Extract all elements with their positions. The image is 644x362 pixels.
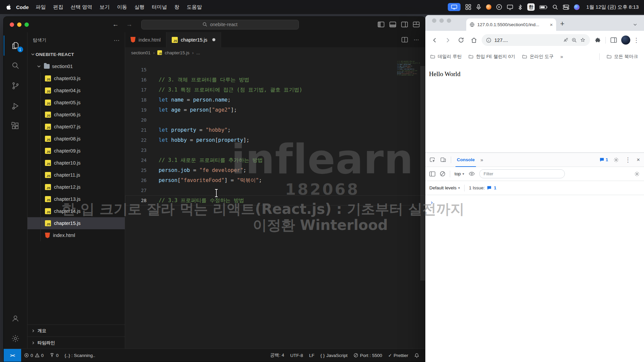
code-line-25[interactable]: 25person.job = "fe developer"; [125, 165, 425, 175]
all-bookmarks-button[interactable]: 모든 북마크 [606, 54, 639, 60]
ports-status[interactable]: 0 [47, 353, 62, 358]
code-line-26[interactable]: 26person["favoriteFood"] = "떡볶이"; [125, 175, 425, 185]
menubar-item[interactable]: 선택 영역 [67, 4, 96, 10]
extensions-puzzle-icon[interactable] [592, 35, 603, 46]
menubar-clock[interactable]: 1월 12일 (금) 오후 8:13 [586, 4, 639, 10]
control-center-icon[interactable] [563, 4, 569, 10]
code-line-19[interactable]: 19let age = person["age2"]; [125, 105, 425, 115]
live-server-port-status[interactable]: Port : 5500 [351, 353, 385, 358]
forward-icon[interactable] [442, 35, 453, 46]
console-sidebar-toggle-icon[interactable] [429, 171, 435, 177]
console-messages-indicator[interactable]: 1 [599, 157, 608, 162]
devtools-settings-gear-icon[interactable] [613, 157, 619, 163]
tree-folder-section01[interactable]: section01 [28, 60, 125, 72]
sidebar-item-extensions[interactable] [4, 116, 28, 136]
back-icon[interactable]: ← [112, 21, 119, 28]
account-button[interactable] [4, 308, 28, 328]
file-item-chapter12-js[interactable]: JSchapter12.js [28, 181, 125, 193]
siri-icon[interactable] [574, 4, 580, 10]
translate-icon[interactable] [563, 37, 569, 43]
menubar-item[interactable]: 보기 [96, 4, 113, 10]
scanning-status[interactable]: {..} : Scanning.. [62, 353, 99, 358]
file-item-index-html[interactable]: index.html [28, 229, 125, 241]
sidebar-item-run-debug[interactable] [4, 96, 28, 116]
menubar-item[interactable]: 창 [171, 4, 183, 10]
file-item-chapter13-js[interactable]: JSchapter13.js [28, 193, 125, 205]
display-icon[interactable] [507, 4, 513, 10]
address-bar[interactable]: 127.... [482, 34, 590, 46]
menubar-item[interactable]: 실행 [131, 4, 148, 10]
layout-customize-icon[interactable] [413, 21, 420, 27]
tab-close-icon[interactable]: × [550, 22, 553, 27]
console-prompt-icon[interactable]: › [425, 195, 644, 206]
language-status[interactable]: { } JavaScript [317, 353, 351, 358]
tab-search-icon[interactable] [633, 22, 644, 27]
layout-panel-icon[interactable] [389, 21, 396, 27]
command-center[interactable]: onebite-react [141, 20, 299, 29]
menubar-item[interactable]: 이동 [113, 4, 131, 10]
home-icon[interactable] [469, 35, 479, 46]
file-item-chapter03-js[interactable]: JSchapter03.js [28, 72, 125, 84]
tab-console[interactable]: Console [455, 153, 476, 167]
new-tab-icon[interactable]: + [560, 19, 565, 28]
back-icon[interactable] [429, 35, 440, 46]
menubar-item[interactable]: 도움말 [183, 4, 206, 10]
grid-icon[interactable] [465, 4, 471, 10]
minimize-window-button[interactable] [17, 22, 21, 27]
code-editor[interactable]: 1516// 3. 객체 프로퍼티를 다루는 방법17// 3.1 특정 프로퍼… [125, 58, 425, 349]
file-item-chapter09-js[interactable]: JSchapter09.js [28, 145, 125, 157]
sidebar-item-search[interactable] [4, 56, 28, 76]
settings-button[interactable] [4, 328, 28, 349]
side-panel-icon[interactable] [608, 35, 619, 46]
file-item-chapter11-js[interactable]: JSchapter11.js [28, 169, 125, 181]
code-line-22[interactable]: 22let hobby = person[property]; [125, 135, 425, 145]
code-line-16[interactable]: 16// 3. 객체 프로퍼티를 다루는 방법 [125, 75, 425, 85]
file-item-chapter14-js[interactable]: JSchapter14.js [28, 205, 125, 217]
input-source-icon[interactable]: 한 [527, 3, 535, 11]
bookmarks-overflow-icon[interactable]: » [560, 54, 563, 59]
tree-root-onebite-react[interactable]: ONEBITE-REACT [28, 48, 125, 60]
explorer-more-icon[interactable]: ⋯ [114, 37, 119, 44]
menubar-item[interactable]: 파일 [32, 4, 50, 10]
code-line-28[interactable]: 28// 3.3 프로퍼티를 수정하는 방법 [125, 195, 425, 205]
devtools-menu-kebab-icon[interactable]: ⋮ [624, 156, 632, 164]
zoom-icon[interactable] [572, 38, 577, 43]
file-item-chapter08-js[interactable]: JSchapter08.js [28, 133, 125, 145]
split-editor-icon[interactable] [401, 37, 408, 43]
reload-icon[interactable] [455, 35, 466, 46]
code-line-20[interactable]: 20 [125, 115, 425, 125]
tab-chapter15-js[interactable]: JS chapter15.js [166, 32, 221, 47]
star-icon[interactable] [580, 37, 586, 43]
code-line-23[interactable]: 23 [125, 145, 425, 155]
site-info-icon[interactable] [486, 38, 491, 43]
play-icon[interactable] [496, 4, 502, 10]
menubar-item[interactable]: 터미널 [148, 4, 171, 10]
sidebar-item-explorer[interactable]: 1 [4, 36, 28, 56]
outline-section[interactable]: 개요 [28, 324, 125, 337]
file-item-chapter10-js[interactable]: JSchapter10.js [28, 157, 125, 169]
code-line-21[interactable]: 21let property = "hobby"; [125, 125, 425, 135]
minimize-window-button[interactable] [439, 18, 444, 23]
file-item-chapter06-js[interactable]: JSchapter06.js [28, 109, 125, 121]
editor-scrollbar[interactable] [420, 66, 425, 281]
battery-icon[interactable] [539, 5, 548, 9]
bookmark-folder[interactable]: 데일리 루틴 [430, 54, 462, 60]
inspect-icon[interactable] [429, 157, 436, 163]
console-output[interactable]: › [425, 195, 644, 362]
close-window-button[interactable] [10, 22, 14, 27]
code-line-24[interactable]: 24// 3.1 새로운 프로퍼티를 추가하는 방법 [125, 155, 425, 165]
apple-icon[interactable] [5, 4, 12, 10]
eye-icon[interactable] [469, 171, 475, 176]
layout-sidebar-icon[interactable] [378, 21, 384, 27]
browser-tab[interactable]: 127.0.0.1:5500/section01/ind... × [466, 18, 556, 31]
file-item-chapter05-js[interactable]: JSchapter05.js [28, 97, 125, 109]
clear-console-icon[interactable] [440, 171, 445, 177]
formatter-status[interactable]: ✓ Prettier [385, 353, 411, 358]
devtools-close-icon[interactable]: × [637, 157, 640, 163]
zoom-window-button[interactable] [447, 18, 451, 23]
breadcrumb-folder[interactable]: section01 [131, 50, 151, 55]
filter-input[interactable] [479, 169, 565, 178]
unsaved-dot-icon[interactable] [212, 38, 215, 41]
context-selector[interactable]: top ▾ [454, 171, 464, 176]
code-line-18[interactable]: 18let name = person.name; [125, 95, 425, 105]
